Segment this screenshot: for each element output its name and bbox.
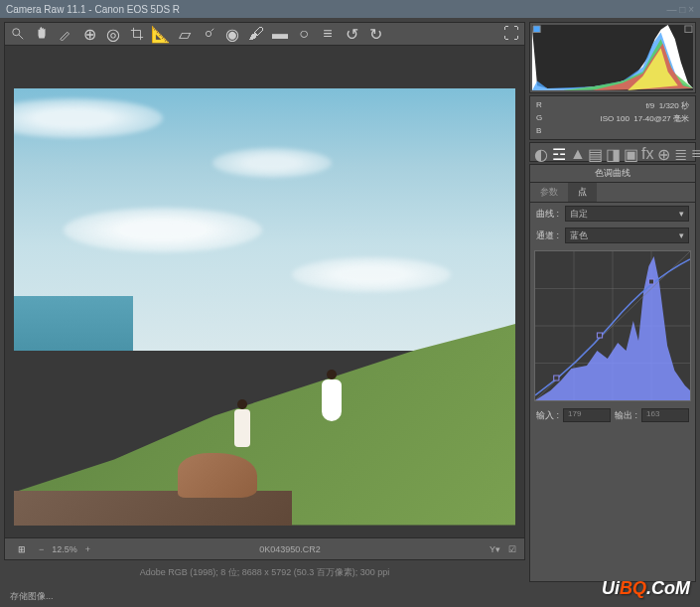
filmstrip-icon[interactable]: ⊞ <box>13 540 31 558</box>
output-label: 输出 : <box>615 409 637 422</box>
curve-tab-icon[interactable]: ☲ <box>552 145 566 159</box>
left-pane: ⊕ ◎ 📐 ▱ ◉ 🖌 ▬ ○ ≡ ↺ ↻ ⛶ <box>4 22 525 582</box>
curve-tabs: 参数 点 <box>530 183 695 203</box>
zoom-bar: ⊞ − 12.5% + 0K043950.CR2 Y▾ ☑ <box>4 538 525 560</box>
tone-curve-panel: 色调曲线 参数 点 曲线 : 自定▾ 通道 : 蓝色▾ <box>529 164 696 582</box>
svg-rect-13 <box>597 333 602 338</box>
hsl-tab-icon[interactable]: ▤ <box>588 145 602 159</box>
input-label: 输入 : <box>536 409 559 422</box>
zoom-tool-icon[interactable] <box>9 25 27 43</box>
basic-tab-icon[interactable]: ◐ <box>534 145 548 159</box>
app-title: Camera Raw 11.1 - Canon EOS 5DS R <box>6 4 180 15</box>
photo-preview <box>14 88 515 526</box>
window-controls[interactable]: — □ × <box>667 4 694 15</box>
watermark: UiBQ.CoM <box>602 578 690 599</box>
panel-tabs: ◐ ☲ ▲ ▤ ◨ ▣ fx ⊕ ≣ ≡ <box>529 142 696 162</box>
zoom-in-button[interactable]: + <box>85 544 90 554</box>
compare-icon[interactable]: Y▾ <box>490 544 500 554</box>
detail-tab-icon[interactable]: ▲ <box>570 145 584 159</box>
channel-select[interactable]: 蓝色▾ <box>565 228 689 243</box>
svg-rect-12 <box>554 376 559 380</box>
zoom-value[interactable]: 12.5% <box>52 544 77 554</box>
hand-tool-icon[interactable] <box>33 25 51 43</box>
color-sampler-icon[interactable]: ⊕ <box>80 25 98 43</box>
main-area: ⊕ ◎ 📐 ▱ ◉ 🖌 ▬ ○ ≡ ↺ ↻ ⛶ <box>0 18 700 586</box>
lens-tab-icon[interactable]: ▣ <box>624 145 637 159</box>
svg-rect-14 <box>648 279 653 284</box>
title-bar: Camera Raw 11.1 - Canon EOS 5DS R — □ × <box>0 0 700 18</box>
spot-removal-icon[interactable] <box>200 25 217 43</box>
tab-point[interactable]: 点 <box>568 183 597 202</box>
bottom-bar: 存储图像... <box>0 586 700 606</box>
panel-menu-icon[interactable]: ≡ <box>691 145 700 159</box>
metadata-panel: R f/9 1/320 秒 G ISO 100 17-40@27 毫米 B <box>529 95 696 140</box>
input-field[interactable]: 179 <box>563 408 611 422</box>
curve-select[interactable]: 自定▾ <box>565 206 689 222</box>
fullscreen-icon[interactable]: ⛶ <box>502 25 520 43</box>
grad-filter-icon[interactable]: ▬ <box>271 25 289 43</box>
meta-r-label: R <box>536 100 566 111</box>
svg-point-0 <box>13 29 20 36</box>
file-info[interactable]: Adobe RGB (1998); 8 位; 8688 x 5792 (50.3… <box>4 562 525 582</box>
transform-icon[interactable]: ▱ <box>176 25 194 43</box>
file-info-text: Adobe RGB (1998); 8 位; 8688 x 5792 (50.3… <box>140 566 390 579</box>
histogram-panel[interactable] <box>529 22 696 93</box>
crop-icon[interactable] <box>128 25 146 43</box>
channel-select-label: 通道 : <box>536 229 559 242</box>
checkmark-icon[interactable]: ☑ <box>508 544 516 554</box>
svg-rect-3 <box>533 26 540 33</box>
brush-icon[interactable]: 🖌 <box>247 25 265 43</box>
rotate-ccw-icon[interactable]: ↺ <box>343 25 360 43</box>
curve-editor[interactable] <box>530 246 695 405</box>
toolbar: ⊕ ◎ 📐 ▱ ◉ 🖌 ▬ ○ ≡ ↺ ↻ ⛶ <box>4 22 525 46</box>
chevron-down-icon: ▾ <box>679 209 684 219</box>
radial-filter-icon[interactable]: ○ <box>295 25 313 43</box>
svg-rect-4 <box>685 26 692 33</box>
calibration-tab-icon[interactable]: ⊕ <box>657 145 670 159</box>
straighten-icon[interactable]: 📐 <box>152 25 170 43</box>
filename-label: 0K043950.CR2 <box>259 544 321 554</box>
redeye-icon[interactable]: ◉ <box>223 25 241 43</box>
output-field[interactable]: 163 <box>641 408 689 422</box>
presets-tab-icon[interactable]: ≣ <box>674 145 687 159</box>
target-adjust-icon[interactable]: ◎ <box>104 25 122 43</box>
zoom-out-button[interactable]: − <box>39 544 44 554</box>
tab-parametric[interactable]: 参数 <box>530 183 568 202</box>
panel-title: 色调曲线 <box>530 165 695 183</box>
fx-tab-icon[interactable]: fx <box>641 145 653 159</box>
split-tone-tab-icon[interactable]: ◨ <box>606 145 620 159</box>
prefs-icon[interactable]: ≡ <box>319 25 337 43</box>
image-canvas[interactable] <box>4 46 525 538</box>
eyedropper-icon[interactable] <box>57 25 74 43</box>
save-image-button[interactable]: 存储图像... <box>10 590 54 603</box>
svg-point-1 <box>206 31 210 36</box>
rotate-cw-icon[interactable]: ↻ <box>366 25 384 43</box>
right-pane: R f/9 1/320 秒 G ISO 100 17-40@27 毫米 B ◐ … <box>529 22 696 582</box>
meta-b-label: B <box>536 126 566 135</box>
meta-g-label: G <box>536 113 566 124</box>
chevron-down-icon: ▾ <box>679 230 684 240</box>
curve-select-label: 曲线 : <box>536 208 559 221</box>
